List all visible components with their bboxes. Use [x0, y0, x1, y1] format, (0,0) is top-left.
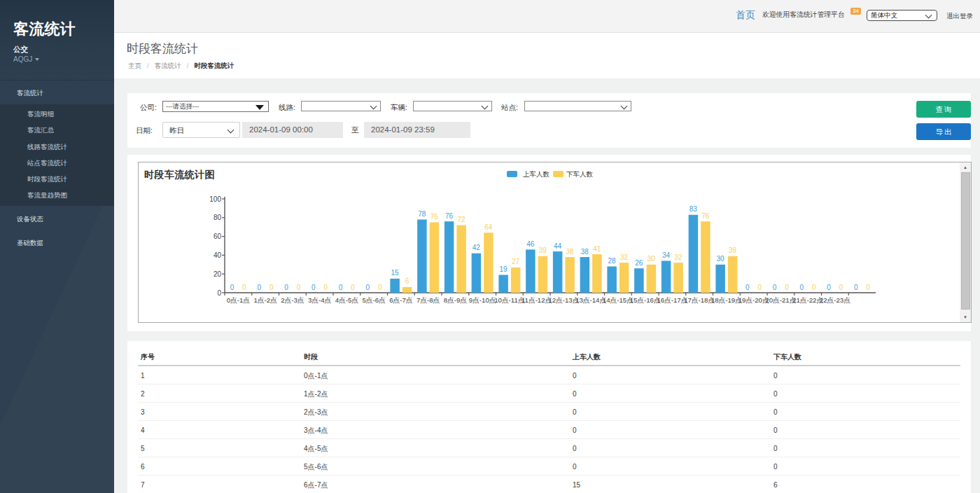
- svg-text:100: 100: [209, 195, 221, 203]
- svg-text:0: 0: [351, 284, 355, 291]
- svg-text:0: 0: [812, 284, 816, 291]
- svg-text:6点-7点: 6点-7点: [389, 296, 413, 304]
- svg-text:76: 76: [445, 212, 454, 220]
- svg-text:64: 64: [484, 223, 493, 231]
- svg-text:44: 44: [554, 242, 562, 250]
- svg-text:0: 0: [258, 284, 262, 291]
- svg-text:0: 0: [839, 284, 844, 291]
- svg-text:41: 41: [593, 245, 601, 253]
- svg-text:0: 0: [758, 284, 762, 291]
- svg-text:0: 0: [854, 284, 858, 291]
- svg-text:10点-11点: 10点-11点: [494, 296, 525, 304]
- svg-text:78: 78: [418, 210, 426, 218]
- svg-text:32: 32: [620, 254, 629, 261]
- svg-text:0: 0: [746, 284, 750, 291]
- svg-text:30: 30: [648, 255, 656, 263]
- svg-text:0: 0: [800, 284, 804, 291]
- svg-text:8点-9点: 8点-9点: [444, 296, 468, 304]
- svg-text:34: 34: [662, 251, 671, 259]
- svg-text:39: 39: [539, 246, 547, 254]
- svg-text:27: 27: [512, 258, 520, 265]
- svg-text:26: 26: [635, 259, 643, 267]
- svg-text:1点-2点: 1点-2点: [253, 296, 277, 304]
- svg-text:0: 0: [297, 284, 301, 291]
- svg-text:83: 83: [690, 205, 698, 213]
- svg-text:0点-1点: 0点-1点: [227, 296, 251, 304]
- svg-text:6: 6: [405, 277, 410, 285]
- svg-text:20: 20: [214, 270, 222, 278]
- svg-text:2点-3点: 2点-3点: [281, 296, 304, 304]
- svg-text:0: 0: [339, 284, 343, 291]
- svg-text:0: 0: [324, 284, 328, 291]
- svg-text:19: 19: [500, 265, 508, 273]
- svg-text:28: 28: [608, 257, 617, 265]
- svg-text:0: 0: [827, 284, 831, 291]
- svg-text:0: 0: [867, 284, 871, 291]
- svg-text:39: 39: [729, 246, 737, 254]
- svg-text:30: 30: [717, 255, 725, 263]
- svg-text:7点-8点: 7点-8点: [416, 296, 440, 304]
- svg-text:0: 0: [312, 284, 316, 291]
- svg-text:0: 0: [785, 284, 789, 291]
- svg-text:72: 72: [458, 216, 466, 223]
- svg-text:0: 0: [242, 284, 246, 291]
- svg-text:4点-5点: 4点-5点: [335, 296, 359, 304]
- svg-text:0: 0: [378, 284, 382, 291]
- svg-text:3点-4点: 3点-4点: [308, 296, 332, 304]
- svg-text:5点-6点: 5点-6点: [362, 296, 386, 304]
- svg-text:22点-23点: 22点-23点: [820, 296, 850, 304]
- svg-text:38: 38: [566, 248, 575, 256]
- svg-text:76: 76: [701, 212, 710, 220]
- svg-text:80: 80: [214, 214, 222, 221]
- svg-text:15: 15: [391, 269, 400, 277]
- svg-text:38: 38: [581, 248, 589, 256]
- svg-text:0: 0: [773, 284, 777, 291]
- svg-text:9点-10点: 9点-10点: [469, 296, 496, 304]
- svg-text:60: 60: [214, 232, 222, 240]
- svg-text:0: 0: [270, 284, 274, 291]
- svg-text:0: 0: [284, 284, 288, 291]
- svg-text:46: 46: [526, 240, 535, 248]
- svg-text:11点-12点: 11点-12点: [522, 296, 552, 304]
- svg-text:40: 40: [214, 251, 222, 259]
- svg-text:0: 0: [230, 284, 234, 291]
- svg-text:0: 0: [217, 289, 221, 297]
- svg-text:75: 75: [430, 213, 439, 221]
- svg-text:42: 42: [472, 244, 481, 251]
- svg-text:0: 0: [366, 284, 370, 291]
- svg-text:32: 32: [675, 254, 683, 261]
